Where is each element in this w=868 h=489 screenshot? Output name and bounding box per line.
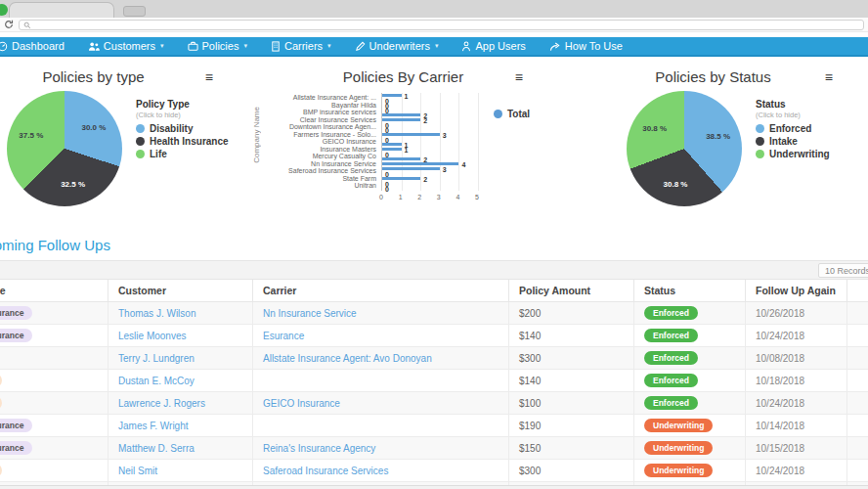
table-row[interactable]: Health InsuranceMatthew D. SerraReina's … [0, 437, 868, 460]
nav-item-customers[interactable]: Customers▾ [76, 37, 176, 56]
bar-value-label: 2 [423, 176, 427, 183]
table-row[interactable]: DisabilityDustan E. McCoy$140Enforced10/… [0, 370, 868, 392]
browser-tab[interactable] [9, 2, 114, 18]
customer-link[interactable]: James F. Wright [118, 421, 189, 431]
column-header-policy-amount: Policy Amount [509, 280, 634, 302]
customer-link[interactable]: Matthew D. Serra [118, 443, 195, 454]
gridline [458, 93, 459, 191]
x-axis-tick: 5 [475, 194, 479, 200]
bar-plot: 10002200301102430200 [381, 93, 478, 191]
bar-category-label: Nn Insurance Service [311, 160, 376, 167]
legend-item-health-insurance[interactable]: Health Insurance [136, 136, 229, 147]
address-bar[interactable] [19, 20, 864, 30]
carrier-link[interactable]: Reina's Insurance Agency [263, 443, 375, 454]
nav-item-policies[interactable]: Policies▾ [176, 37, 259, 56]
follow-up-date-cell: 10/24/2018 [746, 460, 847, 482]
new-tab-button[interactable] [123, 6, 146, 17]
bar-value-label: 3 [443, 166, 447, 173]
nav-item-app-users[interactable]: App Users [450, 37, 537, 56]
chart-menu-icon[interactable]: ≡ [515, 70, 523, 84]
table-row[interactable]: LifeTerry J. LundgrenAllstate Insurance … [0, 347, 868, 370]
carrier-cell [253, 370, 509, 392]
carrier-link[interactable]: Saferoad Insurance Services [263, 466, 388, 476]
table-row[interactable]: LifeAndrew N. LiverisState Farm$1200Unde… [0, 482, 868, 486]
carrier-cell: State Farm [253, 482, 509, 486]
records-count-button[interactable]: 10 Records [818, 263, 868, 278]
pie-chart[interactable]: 38.5 %30.8 %30.8 % [627, 91, 742, 206]
policy-amount-cell: $140 [509, 370, 634, 392]
customer-link[interactable]: Lawrence J. Rogers [118, 398, 205, 409]
bar [382, 162, 458, 165]
chart-menu-icon[interactable]: ≡ [825, 70, 833, 84]
action-cell [847, 325, 868, 347]
nav-item-label: Dashboard [12, 40, 65, 52]
legend-item-underwriting[interactable]: Underwriting [756, 149, 830, 159]
legend-item-intake[interactable]: Intake [756, 136, 830, 147]
customers-icon [88, 41, 100, 52]
bar-category-label: GEICO Insurance [323, 138, 376, 145]
chart-legend: Status(Click to hide)EnforcedIntakeUnder… [756, 91, 830, 206]
customer-link[interactable]: Leslie Moonves [118, 331, 186, 341]
carrier-cell: Saferoad Insurance Services [253, 460, 509, 482]
bar-category-label: Mercury Casualty Co [313, 153, 376, 159]
bottom-scrollbar-strip[interactable] [0, 485, 868, 489]
table-row[interactable]: DisabilityNeil SmitSaferoad Insurance Se… [0, 460, 868, 482]
table-row[interactable]: Health InsuranceThomas J. WilsonNn Insur… [0, 302, 868, 325]
nav-item-underwriters[interactable]: Underwriters▾ [343, 37, 451, 56]
table-row[interactable]: Health InsuranceJames F. Wright$190Under… [0, 415, 868, 437]
pie-chart[interactable]: 30.0 %32.5 %37.5 % [7, 91, 122, 206]
policy-amount-cell: $300 [509, 460, 634, 482]
reload-icon[interactable] [4, 20, 14, 29]
customer-link[interactable]: Dustan E. McCoy [118, 376, 195, 386]
status-badge: Enforced [644, 396, 698, 410]
table-row[interactable]: Health InsuranceLeslie MoonvesEsurance$1… [0, 325, 868, 347]
carrier-link[interactable]: GEICO Insurance [263, 398, 340, 409]
x-axis-tick: 4 [456, 194, 459, 200]
policy-type-badge: Disability [0, 374, 2, 387]
customer-link[interactable]: Neil Smit [118, 466, 157, 476]
bar-chart-area[interactable]: Company NameAllstate Insurance Agent: ..… [248, 93, 558, 191]
customer-cell: Thomas J. Wilson [108, 302, 253, 325]
chart-legend[interactable]: Total [494, 93, 530, 118]
legend-item-disability[interactable]: Disability [136, 123, 229, 134]
legend-item-life[interactable]: Life [136, 149, 229, 159]
nav-item-label: How To Use [565, 40, 623, 52]
policy-type-cell: Life [0, 347, 108, 370]
customer-link[interactable]: Terry J. Lundgren [118, 353, 195, 364]
follow-up-date-cell: 10/18/2018 [746, 370, 847, 392]
legend-item-enforced[interactable]: Enforced [756, 123, 830, 134]
bar-value-label: 2 [423, 117, 427, 124]
nav-item-carriers[interactable]: Carriers▾ [259, 37, 343, 56]
follow-up-date-cell: 10/24/2018 [746, 392, 847, 415]
policy-amount-cell: $100 [509, 392, 634, 415]
policy-type-cell: Disability [0, 392, 108, 415]
follow-ups-table: Policy TypeCustomerCarrierPolicy AmountS… [0, 280, 868, 485]
status-badge: Underwriting [644, 464, 713, 477]
carrier-link[interactable]: Nn Insurance Service [263, 308, 357, 319]
carrier-link[interactable]: Allstate Insurance Agent: Avo Donoyan [263, 353, 432, 364]
chart-menu-icon[interactable]: ≡ [205, 70, 213, 84]
policies-icon [188, 41, 198, 52]
table-row[interactable]: DisabilityLawrence J. RogersGEICO Insura… [0, 392, 868, 415]
bar-value-label: 4 [461, 161, 465, 168]
bar-category-label: Farmers Insurance - Solo... [293, 131, 376, 138]
action-cell [847, 437, 868, 460]
favicon-dot [0, 4, 8, 16]
chevron-down-icon: ▾ [160, 42, 164, 50]
nav-item-dashboard[interactable]: Dashboard [0, 37, 76, 56]
legend-dot [494, 110, 502, 118]
policy-amount-cell: $150 [509, 437, 634, 460]
table-header-row: Policy TypeCustomerCarrierPolicy AmountS… [0, 280, 868, 302]
app-users-icon [461, 41, 471, 52]
customer-link[interactable]: Thomas J. Wilson [118, 308, 195, 319]
nav-item-how-to-use[interactable]: How To Use [538, 37, 634, 56]
customer-cell: Leslie Moonves [108, 325, 253, 347]
column-header-status: Status [634, 280, 746, 302]
bar [382, 177, 420, 180]
follow-up-date-cell: 10/08/2018 [746, 347, 847, 370]
carrier-cell: Esurance [253, 325, 509, 347]
chart-panel-policies-by-status: Policies by Status ≡ 38.5 %30.8 %30.8 %S… [558, 68, 868, 227]
carrier-cell: Nn Insurance Service [253, 302, 509, 325]
policy-type-cell: Health Insurance [0, 437, 108, 460]
carrier-link[interactable]: Esurance [263, 331, 304, 341]
